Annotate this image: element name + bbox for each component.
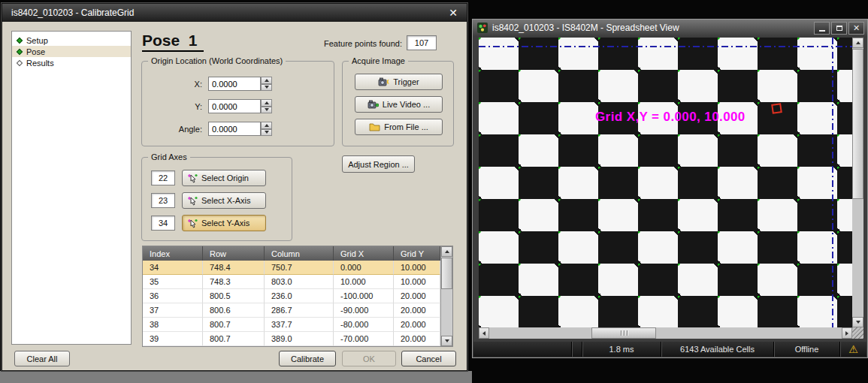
x-axis-cell-ref[interactable]: 23 [151, 193, 175, 208]
spin-up-button[interactable] [261, 77, 272, 84]
resize-grip[interactable] [852, 327, 863, 339]
trigger-button[interactable]: Trigger [355, 74, 443, 90]
status-acquisition-time: 1.8 ms [582, 342, 661, 357]
y-axis-cell-ref[interactable]: 34 [151, 216, 175, 231]
tree-item-label: Pose [26, 47, 45, 56]
table-row[interactable]: 36 800.5 236.0 -100.000 20.000 [143, 289, 440, 303]
scroll-up-button[interactable] [852, 38, 863, 48]
col-header-grid-x: Grid X [334, 246, 394, 261]
calibration-region-line-right [832, 38, 833, 327]
calibrate-grid-window: is8402_010203 - CalibrateGrid ✕ Setup Po… [2, 3, 467, 371]
spin-up-button[interactable] [261, 122, 272, 129]
camera-icon [378, 77, 389, 86]
live-video-button[interactable]: Live Video ... [355, 96, 443, 113]
spreadsheet-titlebar[interactable]: is8402_010203 - IS8402M - Spreadsheet Vi… [473, 20, 867, 36]
cell-grid-y: 10.000 [394, 275, 440, 289]
hollow-diamond-icon [17, 59, 23, 65]
table-body: Index Row Column Grid X Grid Y 34 748.4 … [143, 246, 440, 346]
spin-down-button[interactable] [261, 129, 272, 137]
scroll-left-button[interactable] [479, 327, 489, 339]
minimize-icon[interactable] [814, 22, 830, 35]
clear-all-label: Clear All [27, 354, 58, 363]
close-icon[interactable]: ✕ [848, 22, 864, 35]
spin-down-button[interactable] [261, 84, 272, 92]
ok-button: OK [342, 351, 396, 366]
app-icon [477, 23, 488, 33]
maximize-icon[interactable] [831, 22, 847, 35]
clear-all-button[interactable]: Clear All [14, 351, 70, 366]
close-icon[interactable]: ✕ [440, 4, 467, 22]
scroll-down-button[interactable] [441, 336, 452, 346]
status-bar: 1.8 ms 6143 Available Cells Offline ⚠ [473, 342, 866, 357]
tree-item-results[interactable]: Results [12, 57, 131, 68]
cell-index: 39 [143, 332, 203, 346]
select-pointer-icon [187, 196, 198, 206]
col-header-grid-y: Grid Y [394, 246, 440, 261]
x-label: X: [147, 80, 208, 89]
scroll-right-button[interactable] [842, 327, 852, 339]
table-scrollbar[interactable] [440, 246, 452, 346]
angle-input[interactable] [208, 122, 261, 136]
green-diamond-icon [17, 37, 23, 43]
warning-icon[interactable]: ⚠ [839, 342, 866, 357]
select-x-axis-button[interactable]: Select X-Axis [182, 192, 266, 209]
feature-points-table: Index Row Column Grid X Grid Y 34 748.4 … [142, 246, 453, 347]
table-row[interactable]: 35 748.3 803.0 10.000 10.000 [143, 275, 440, 289]
scroll-up-button[interactable] [441, 246, 452, 257]
down-arrow-icon [856, 321, 860, 324]
cell-row: 800.7 [203, 332, 265, 346]
x-axis-row: 23 Select X-Axis [151, 192, 266, 209]
calibrate-titlebar[interactable]: is8402_010203 - CalibrateGrid ✕ [2, 4, 467, 22]
scroll-thumb[interactable] [852, 49, 863, 199]
origin-group-title: Origin Location (World Coordinates) [148, 56, 286, 65]
x-row: X: [147, 77, 272, 91]
tree-item-pose[interactable]: Pose [12, 46, 131, 57]
table-row[interactable]: 34 748.4 750.7 0.000 10.000 [143, 261, 440, 275]
table-row[interactable]: 38 800.7 337.7 -80.000 20.000 [143, 318, 440, 332]
scroll-thumb[interactable] [441, 258, 452, 289]
status-connection: Offline [773, 342, 839, 357]
select-y-axis-label: Select Y-Axis [201, 219, 250, 228]
select-y-axis-button[interactable]: Select Y-Axis [182, 215, 266, 231]
origin-cell-ref[interactable]: 22 [151, 170, 175, 185]
cancel-button[interactable]: Cancel [401, 351, 456, 366]
feature-points-value: 107 [407, 35, 437, 50]
green-diamond-icon [17, 48, 23, 54]
table-row[interactable]: 37 800.6 286.7 -90.000 20.000 [143, 303, 440, 318]
select-pointer-icon [187, 219, 198, 228]
folder-icon [369, 122, 380, 131]
spreadsheet-window-title: is8402_010203 - IS8402M - Spreadsheet Vi… [492, 23, 679, 33]
select-origin-button[interactable]: Select Origin [182, 170, 266, 186]
cell-grid-x: -70.000 [334, 332, 394, 346]
pose-title: Pose 1 [142, 32, 204, 52]
ok-label: OK [363, 354, 375, 363]
cell-column: 389.0 [265, 332, 334, 346]
scroll-down-button[interactable] [852, 317, 863, 327]
origin-location-group: Origin Location (World Coordinates) X: Y… [141, 61, 334, 146]
image-canvas-checkerboard[interactable]: Grid X,Y = 0.000, 10.000 [479, 38, 852, 327]
horizontal-scrollbar[interactable] [479, 327, 852, 339]
col-header-index: Index [143, 246, 203, 261]
select-x-axis-label: Select X-Axis [201, 196, 250, 205]
y-input[interactable] [208, 99, 261, 113]
scroll-thumb[interactable] [591, 327, 656, 339]
up-arrow-icon [265, 124, 269, 127]
spin-up-button[interactable] [261, 99, 272, 107]
x-input[interactable] [208, 77, 261, 91]
spreadsheet-view-window: is8402_010203 - IS8402M - Spreadsheet Vi… [472, 19, 868, 358]
col-header-column: Column [265, 246, 334, 261]
vertical-scrollbar[interactable] [852, 38, 863, 327]
from-file-label: From File ... [384, 122, 428, 131]
spin-down-button[interactable] [261, 107, 272, 114]
table-row[interactable]: 39 800.7 389.0 -70.000 20.000 [143, 332, 440, 346]
from-file-button[interactable]: From File ... [355, 119, 443, 135]
tree-item-setup[interactable]: Setup [12, 35, 131, 46]
cell-grid-y: 20.000 [394, 289, 440, 303]
up-arrow-icon [265, 101, 269, 104]
cancel-label: Cancel [416, 354, 441, 363]
trigger-label: Trigger [393, 77, 419, 86]
up-arrow-icon [265, 79, 269, 82]
calibrate-button[interactable]: Calibrate [279, 351, 336, 366]
cell-row: 748.3 [203, 275, 265, 289]
adjust-region-button[interactable]: Adjust Region ... [342, 155, 415, 173]
